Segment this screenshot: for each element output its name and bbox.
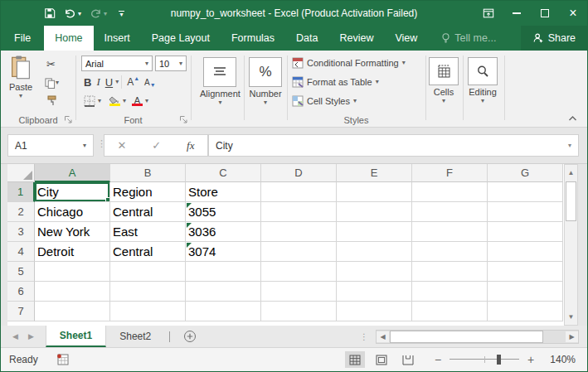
cell-A1[interactable]: City xyxy=(35,182,110,202)
cell-G4[interactable] xyxy=(488,242,563,262)
cell-F1[interactable] xyxy=(412,182,488,202)
column-header-c[interactable]: C xyxy=(186,164,261,182)
scroll-up-icon[interactable]: ▲ xyxy=(566,166,576,180)
editing-button[interactable]: Editing ▾ xyxy=(468,57,498,104)
column-header-e[interactable]: E xyxy=(337,164,412,182)
cell-A6[interactable] xyxy=(35,282,110,302)
tab-data[interactable]: Data xyxy=(285,26,328,51)
vertical-scroll-thumb[interactable] xyxy=(566,181,576,221)
fill-color-dropdown-icon[interactable]: ▾ xyxy=(123,99,126,104)
cancel-icon[interactable]: ✕ xyxy=(117,139,126,152)
row-header-1[interactable]: 1 xyxy=(7,182,35,202)
cell-F3[interactable] xyxy=(412,222,488,242)
page-break-preview-button[interactable] xyxy=(398,351,418,368)
underline-button[interactable]: U xyxy=(103,75,115,89)
name-box[interactable]: A1 ▾ xyxy=(7,134,94,157)
row-header-6[interactable]: 6 xyxy=(7,282,35,302)
customize-quick-access-button[interactable]: ▾ xyxy=(119,11,124,17)
cell-E5[interactable] xyxy=(337,262,412,282)
tab-review[interactable]: Review xyxy=(328,26,384,51)
cell-B6[interactable] xyxy=(110,282,186,302)
number-button[interactable]: % Number ▾ xyxy=(249,57,282,105)
cell-B2[interactable]: Central xyxy=(110,202,186,222)
ribbon-display-options-button[interactable] xyxy=(474,1,503,26)
cell-E3[interactable] xyxy=(337,222,412,242)
cell-A2[interactable]: Chicago xyxy=(35,202,110,222)
cell-C5[interactable] xyxy=(186,262,261,282)
undo-dropdown-icon[interactable]: ▾ xyxy=(78,10,81,17)
underline-dropdown-icon[interactable]: ▾ xyxy=(115,80,119,85)
cell-styles-button[interactable]: Cell Styles ▾ xyxy=(292,95,357,107)
maximize-button[interactable] xyxy=(531,1,559,26)
tab-scroll-splitter[interactable]: ⋮ xyxy=(360,332,369,341)
page-layout-view-button[interactable] xyxy=(372,351,391,368)
format-as-table-button[interactable]: Format as Table ▾ xyxy=(292,76,379,88)
row-header-7[interactable]: 7 xyxy=(7,302,35,321)
cell-G1[interactable] xyxy=(488,182,563,202)
cell-F6[interactable] xyxy=(412,282,488,302)
zoom-level[interactable]: 140% xyxy=(546,354,576,365)
minimize-button[interactable] xyxy=(503,1,531,26)
font-color-dropdown-icon[interactable]: ▾ xyxy=(145,99,148,104)
tab-insert[interactable]: Insert xyxy=(94,26,141,51)
sheet-tab-sheet1[interactable]: Sheet1 xyxy=(46,326,106,347)
cell-C3[interactable]: 3036 xyxy=(186,222,261,242)
cell-D7[interactable] xyxy=(261,302,337,321)
cell-B5[interactable] xyxy=(110,262,186,282)
save-button[interactable] xyxy=(41,6,59,21)
paste-button[interactable]: Paste ▾ xyxy=(9,56,32,99)
tell-me-box[interactable]: Tell me... xyxy=(433,26,504,51)
scroll-left-icon[interactable]: ◀ xyxy=(377,331,389,342)
row-header-3[interactable]: 3 xyxy=(7,222,35,242)
zoom-in-icon[interactable]: + xyxy=(526,353,536,366)
font-dialog-launcher-icon[interactable] xyxy=(179,115,188,124)
cut-button[interactable]: ✂ xyxy=(44,56,58,71)
bold-button[interactable]: B xyxy=(81,75,94,89)
cell-A3[interactable]: New York xyxy=(35,222,110,242)
row-header-4[interactable]: 4 xyxy=(7,242,35,262)
cell-D4[interactable] xyxy=(261,242,337,262)
zoom-slider-thumb[interactable] xyxy=(497,355,501,365)
cell-E7[interactable] xyxy=(337,302,412,321)
column-header-a[interactable]: A xyxy=(35,164,110,182)
cell-D2[interactable] xyxy=(261,202,337,222)
font-size-combobox[interactable]: 10 ▾ xyxy=(155,56,187,71)
cell-B4[interactable]: Central xyxy=(110,242,186,262)
cell-G7[interactable] xyxy=(488,302,563,321)
cell-G5[interactable] xyxy=(488,262,563,282)
collapse-ribbon-icon[interactable] xyxy=(568,115,577,122)
prev-sheet-icon[interactable]: ◀ xyxy=(12,332,18,341)
cell-C2[interactable]: 3055 xyxy=(186,202,261,222)
enter-icon[interactable]: ✓ xyxy=(152,139,161,152)
cell-C7[interactable] xyxy=(186,302,261,321)
copy-button[interactable]: ▾ xyxy=(42,75,61,90)
cell-C4[interactable]: 3074 xyxy=(186,242,261,262)
macro-record-button[interactable] xyxy=(56,354,69,365)
format-painter-button[interactable] xyxy=(44,94,61,109)
cell-G3[interactable] xyxy=(488,222,563,242)
close-button[interactable]: × xyxy=(559,1,587,26)
cell-C1[interactable]: Store xyxy=(186,182,261,202)
alignment-button[interactable]: Alignment ▾ xyxy=(200,57,241,105)
cell-D5[interactable] xyxy=(261,262,337,282)
cell-E1[interactable] xyxy=(337,182,412,202)
row-header-5[interactable]: 5 xyxy=(7,262,35,282)
cell-D3[interactable] xyxy=(261,222,337,242)
cell-F5[interactable] xyxy=(412,262,488,282)
scroll-right-icon[interactable]: ▶ xyxy=(566,331,578,342)
cell-F7[interactable] xyxy=(412,302,488,321)
cell-B1[interactable]: Region xyxy=(110,182,186,202)
cell-A5[interactable] xyxy=(35,262,110,282)
vertical-scrollbar[interactable]: ▲ ▼ xyxy=(564,164,578,326)
cell-E2[interactable] xyxy=(337,202,412,222)
cell-B3[interactable]: East xyxy=(110,222,186,242)
fill-color-button[interactable] xyxy=(106,94,123,109)
zoom-slider[interactable] xyxy=(450,354,519,365)
tab-home[interactable]: Home xyxy=(44,26,93,51)
select-all-button[interactable] xyxy=(7,164,35,182)
tab-page-layout[interactable]: Page Layout xyxy=(141,26,221,51)
cell-A4[interactable]: Detroit xyxy=(35,242,110,262)
cell-E6[interactable] xyxy=(337,282,412,302)
horizontal-scrollbar[interactable]: ◀ ▶ xyxy=(376,330,579,344)
borders-button[interactable] xyxy=(81,94,98,109)
